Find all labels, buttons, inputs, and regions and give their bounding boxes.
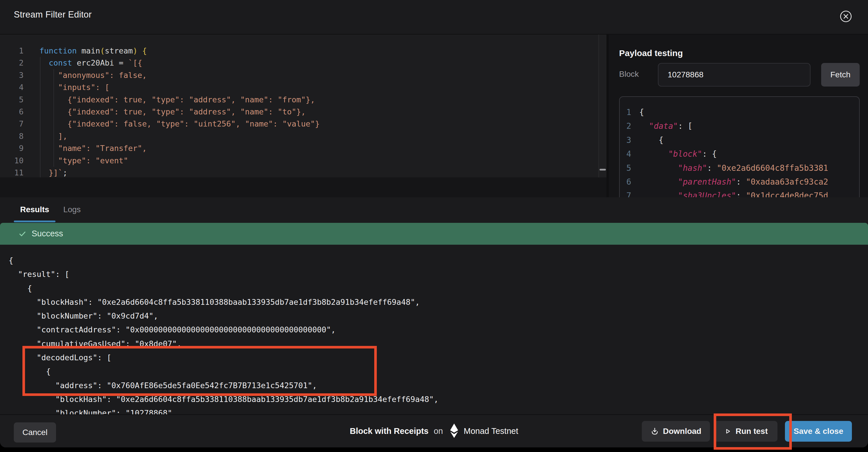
modal-header: Stream Filter Editor	[0, 0, 868, 34]
footer-bar: Cancel Block with Receipts on Monad Test…	[0, 414, 868, 447]
indent-guide	[40, 57, 40, 177]
page-title: Stream Filter Editor	[14, 9, 92, 20]
top-region: 1function main(stream) {2 const erc20Abi…	[0, 34, 868, 197]
ethereum-icon	[449, 423, 459, 439]
save-close-button[interactable]: Save & close	[785, 421, 852, 442]
download-tray-icon	[650, 427, 659, 435]
play-outline-icon	[724, 427, 732, 435]
close-button[interactable]	[839, 10, 852, 23]
code-line: 7 "sha3Uncles": "0x1dcc4de8dec75d	[620, 189, 859, 197]
code-line: 3 {	[620, 133, 859, 147]
network-label: Monad Testnet	[464, 426, 518, 436]
indent-guide	[54, 69, 54, 167]
payload-preview-pane[interactable]: 1{2 "data": [3 {4 "block": {5 "hash": "0…	[619, 96, 860, 197]
success-banner: Success	[0, 223, 868, 245]
payload-testing-panel: Payload testing Block Fetch 1{2 "data": …	[609, 34, 868, 197]
code-line: 7 {"indexed": false, "type": "uint256", …	[0, 118, 598, 130]
code-line: 9 "name": "Transfer",	[0, 142, 598, 154]
code-line: 4 "block": {	[620, 147, 859, 161]
code-line: 8 ],	[0, 130, 598, 142]
code-line: 6 "parentHash": "0xadaa63afc93ca2	[620, 175, 859, 189]
code-line: 2 "data": [	[620, 119, 859, 133]
pane-divider	[607, 34, 609, 197]
code-line: 11 }]`;	[0, 167, 598, 177]
circle-x-icon	[839, 20, 852, 24]
cancel-button[interactable]: Cancel	[14, 422, 56, 443]
connector-label: on	[434, 426, 443, 436]
block-label: Block	[619, 69, 639, 79]
code-line: 5 {"indexed": true, "type": "address", "…	[0, 94, 598, 106]
payload-testing-title: Payload testing	[619, 48, 683, 58]
tab-logs[interactable]: Logs	[56, 197, 89, 223]
code-line: 1{	[620, 106, 859, 119]
code-line: 5 "hash": "0xe2a6d6604c8ffa5b3381	[620, 161, 859, 175]
run-test-label: Run test	[736, 427, 768, 436]
download-label: Download	[663, 427, 701, 436]
code-line: 3 "anonymous": false,	[0, 69, 598, 81]
stream-type-label: Block with Receipts	[350, 426, 429, 436]
editor-scrollbar-thumb[interactable]	[599, 169, 606, 171]
active-tab-indicator	[14, 220, 56, 222]
status-badge: Success	[32, 229, 63, 238]
code-line: 4 "inputs": [	[0, 81, 598, 93]
code-line: 6 {"indexed": true, "type": "address", "…	[0, 106, 598, 118]
code-line: 2 const erc20Abi = `[{	[0, 57, 598, 69]
footer-actions: Download Run test Save & close	[642, 421, 852, 442]
code-editor[interactable]: 1function main(stream) {2 const erc20Abi…	[0, 34, 598, 177]
result-json-output: { "result": [ { "blockHash": "0xe2a6d660…	[9, 253, 439, 414]
stream-info: Block with Receipts on Monad Testnet	[350, 415, 518, 447]
code-line: 1function main(stream) {	[0, 45, 598, 57]
download-button[interactable]: Download	[642, 421, 710, 442]
editor-scrollbar-track	[598, 34, 607, 177]
fetch-button[interactable]: Fetch	[821, 63, 860, 87]
code-line: 10 "type": "event"	[0, 155, 598, 167]
block-input[interactable]	[658, 63, 810, 87]
results-section: Results Logs Success { "result": [ { "bl…	[0, 197, 868, 414]
tab-results[interactable]: Results	[14, 197, 56, 223]
stream-filter-editor-modal: Stream Filter Editor 1function main(stre…	[0, 0, 868, 447]
run-test-button[interactable]: Run test	[714, 421, 777, 442]
